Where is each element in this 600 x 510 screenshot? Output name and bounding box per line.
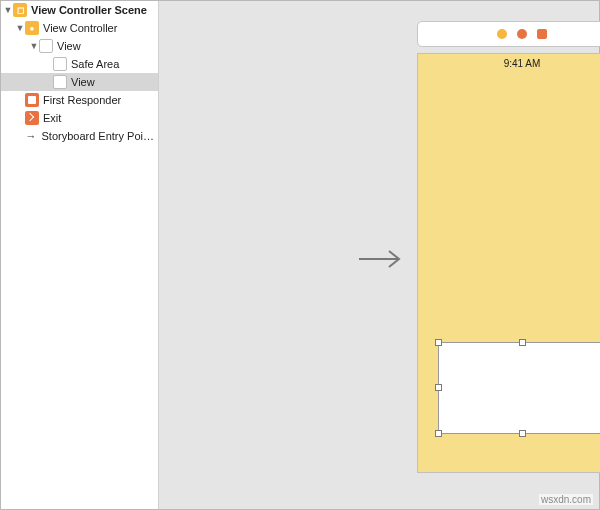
status-bar: 9:41 AM [418, 54, 600, 72]
outline-label: View Controller [43, 22, 117, 34]
watermark: wsxdn.com [539, 494, 593, 505]
resize-handle-icon[interactable] [435, 339, 442, 346]
disclosure-triangle-icon[interactable]: ▼ [29, 41, 39, 51]
dock-first-responder-icon[interactable] [517, 29, 527, 39]
outline-item-exit[interactable]: Exit [1, 109, 158, 127]
outline-label: View [57, 40, 81, 52]
entry-point-arrow-icon[interactable] [359, 249, 409, 269]
scene-container[interactable]: 9:41 AM [417, 21, 600, 473]
scene-dock[interactable] [417, 21, 600, 47]
resize-handle-icon[interactable] [519, 430, 526, 437]
dock-exit-icon[interactable] [537, 29, 547, 39]
outline-label: First Responder [43, 94, 121, 106]
outline-item-subview[interactable]: View [1, 73, 158, 91]
outline-item-entry-point[interactable]: → Storyboard Entry Poi… [1, 127, 158, 145]
outline-label: Storyboard Entry Poi… [42, 130, 155, 142]
scene-icon: ◻ [13, 3, 27, 17]
arrow-right-icon: → [24, 129, 37, 143]
outline-label: Exit [43, 112, 61, 124]
outline-item-view[interactable]: ▼ View [1, 37, 158, 55]
first-responder-icon [25, 93, 39, 107]
interface-builder: ▼ ◻ View Controller Scene ▼ ● View Contr… [0, 0, 600, 510]
dock-view-controller-icon[interactable] [497, 29, 507, 39]
outline-label: Safe Area [71, 58, 119, 70]
disclosure-triangle-icon[interactable]: ▼ [3, 5, 13, 15]
exit-icon [25, 111, 39, 125]
view-icon [39, 39, 53, 53]
root-view[interactable]: 9:41 AM [417, 53, 600, 473]
outline-label: View Controller Scene [31, 4, 147, 16]
resize-handle-icon[interactable] [435, 430, 442, 437]
outline-item-first-responder[interactable]: First Responder [1, 91, 158, 109]
outline-item-safe-area[interactable]: Safe Area [1, 55, 158, 73]
disclosure-triangle-icon[interactable]: ▼ [15, 23, 25, 33]
resize-handle-icon[interactable] [435, 384, 442, 391]
view-controller-icon: ● [25, 21, 39, 35]
safe-area-icon [53, 57, 67, 71]
outline-item-view-controller[interactable]: ▼ ● View Controller [1, 19, 158, 37]
document-outline[interactable]: ▼ ◻ View Controller Scene ▼ ● View Contr… [1, 1, 159, 509]
selected-subview[interactable] [438, 342, 600, 434]
outline-scene-header[interactable]: ▼ ◻ View Controller Scene [1, 1, 158, 19]
resize-handle-icon[interactable] [519, 339, 526, 346]
outline-label: View [71, 76, 95, 88]
view-icon [53, 75, 67, 89]
status-time: 9:41 AM [504, 58, 541, 69]
storyboard-canvas[interactable]: 9:41 AM wsxdn.com [159, 1, 599, 509]
